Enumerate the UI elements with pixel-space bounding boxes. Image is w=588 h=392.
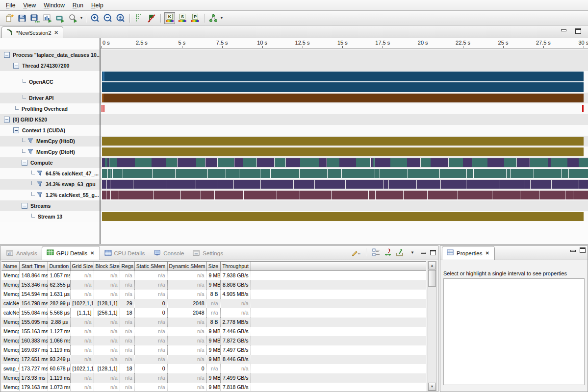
- show-chart-icon[interactable]: [42, 12, 53, 24]
- timeline-intervals[interactable]: [102, 179, 584, 190]
- table-row[interactable]: swap_6173.727 ms60.678 µs[1022,1,1][128,…: [1, 364, 426, 373]
- collapse-icon[interactable]: [22, 160, 27, 166]
- view-menu-icon[interactable]: ▼: [408, 247, 417, 257]
- table-row[interactable]: Memcp155.163 ms1.127 msn/an/an/an/an/a9 …: [1, 327, 426, 336]
- timeline-intervals[interactable]: [102, 71, 584, 93]
- filter-icon[interactable]: [37, 181, 43, 188]
- scroll-thumb[interactable]: [428, 270, 436, 287]
- timeline-row[interactable]: Thread 2741307200: [0, 60, 588, 71]
- menu-help[interactable]: Help: [87, 1, 107, 10]
- timeline-row[interactable]: 34.3% swap_63_gpu: [0, 179, 588, 190]
- collapse-icon[interactable]: [13, 127, 19, 133]
- timeline-intervals[interactable]: [102, 136, 584, 147]
- scroll-down-icon[interactable]: ▼: [428, 383, 436, 391]
- close-icon[interactable]: ✕: [90, 250, 95, 256]
- tree-item[interactable]: OpenACC: [0, 71, 100, 93]
- stream-color-button[interactable]: S: [177, 12, 188, 24]
- tree-item[interactable]: [0] GRID K520: [0, 114, 100, 125]
- scroll-up-icon[interactable]: ▲: [428, 262, 436, 270]
- table-row[interactable]: Memcp173.93 ms1.119 msn/an/an/an/an/a9 M…: [1, 373, 426, 383]
- grouping-icon[interactable]: [372, 247, 381, 257]
- collapse-icon[interactable]: [13, 63, 19, 69]
- column-header[interactable]: [251, 262, 426, 271]
- tree-item[interactable]: Profiling Overhead: [0, 103, 100, 114]
- collapse-icon[interactable]: [4, 52, 10, 58]
- column-header[interactable]: Duration: [48, 262, 70, 271]
- session-tab[interactable]: *NewSession2 ✕: [1, 26, 63, 38]
- tree-item[interactable]: Driver API: [0, 93, 100, 103]
- menu-window[interactable]: Window: [40, 1, 69, 10]
- menu-file[interactable]: File: [2, 1, 19, 10]
- dropdown-caret-icon[interactable]: ▾: [221, 16, 223, 20]
- collapse-icon[interactable]: [22, 203, 27, 209]
- timeline-intervals[interactable]: [102, 147, 584, 157]
- timeline-row[interactable]: Streams: [0, 200, 588, 211]
- tab-properties[interactable]: Properties ✕: [442, 246, 495, 260]
- tree-item[interactable]: Compute: [0, 157, 100, 168]
- timeline-intervals[interactable]: [102, 190, 584, 200]
- process-color-button[interactable]: P: [190, 12, 201, 24]
- table-row[interactable]: Memcp169.037 ms1.119 msn/an/an/an/an/a9 …: [1, 345, 426, 355]
- tree-item[interactable]: 64.5% calcNext_47_...: [0, 168, 100, 179]
- tree-timeline-splitter[interactable]: [100, 38, 101, 244]
- save-session-icon[interactable]: [16, 12, 28, 24]
- timeline-row[interactable]: Compute: [0, 157, 588, 168]
- search-icon[interactable]: [67, 12, 79, 24]
- column-header[interactable]: Dynamic SMem: [167, 262, 206, 271]
- column-header[interactable]: Start Time: [19, 262, 48, 271]
- filter-icon[interactable]: [37, 171, 43, 177]
- tree-item[interactable]: Thread 2741307200: [0, 60, 100, 71]
- table-row[interactable]: calcNe154.798 ms282.99 µs[1022,1,1][128,…: [1, 299, 426, 308]
- show-rename-icon[interactable]: [54, 12, 66, 24]
- column-header[interactable]: Static SMem: [134, 262, 167, 271]
- table-row[interactable]: Memcp155.095 ms2.88 µsn/an/an/an/an/a8 B…: [1, 318, 426, 327]
- minimize-icon[interactable]: [561, 29, 566, 31]
- column-header[interactable]: Name: [1, 262, 19, 271]
- collapse-icon[interactable]: [4, 117, 10, 122]
- timeline-row[interactable]: Context 1 (CUDA): [0, 125, 588, 136]
- tree-item[interactable]: MemCpy (HtoD): [0, 136, 100, 147]
- timeline-row[interactable]: OpenACC: [0, 71, 588, 93]
- dropdown-caret-icon[interactable]: ▾: [80, 16, 82, 20]
- minimize-icon[interactable]: [421, 252, 426, 254]
- tab-console[interactable]: Console: [149, 247, 188, 260]
- timeline-intervals[interactable]: [102, 103, 584, 114]
- table-row[interactable]: calcNe155.084 ms5.568 µs[1,1,1][256,1,1]…: [1, 308, 426, 318]
- clear-marker-icon[interactable]: [146, 12, 157, 24]
- column-header[interactable]: Grid Size: [70, 262, 94, 271]
- timeline-row[interactable]: Driver API: [0, 93, 588, 103]
- timeline-intervals[interactable]: [102, 157, 584, 168]
- tab-analysis[interactable]: Analysis: [2, 247, 42, 260]
- maximize-icon[interactable]: [580, 247, 586, 253]
- minimize-icon[interactable]: [570, 250, 576, 252]
- table-scrollbar[interactable]: ▲ ▼: [428, 261, 436, 391]
- timeline-row[interactable]: MemCpy (DtoH): [0, 147, 588, 157]
- tree-item[interactable]: 34.3% swap_63_gpu: [0, 179, 100, 190]
- tab-cpu-details[interactable]: CPU Details: [100, 247, 150, 260]
- zoom-fit-icon[interactable]: [115, 12, 127, 24]
- marker-flag-icon[interactable]: [133, 12, 145, 24]
- maximize-icon[interactable]: [430, 250, 436, 255]
- filter-icon[interactable]: [37, 192, 43, 198]
- column-header[interactable]: Size: [206, 262, 220, 271]
- timeline-intervals[interactable]: [102, 168, 584, 179]
- new-session-icon[interactable]: [3, 12, 15, 24]
- tree-item[interactable]: Process "laplace_data_clauses 10...: [0, 49, 100, 60]
- column-header[interactable]: Regs: [120, 262, 134, 271]
- timeline-row[interactable]: [0] GRID K520: [0, 114, 588, 125]
- tree-item[interactable]: Context 1 (CUDA): [0, 125, 100, 136]
- timeline-row[interactable]: Profiling Overhead: [0, 103, 588, 114]
- filter-icon[interactable]: [27, 138, 33, 145]
- tree-item[interactable]: 1.2% calcNext_55_g...: [0, 190, 100, 200]
- analysis-tree-icon[interactable]: [207, 12, 219, 24]
- column-header[interactable]: Block Size: [94, 262, 120, 271]
- close-icon[interactable]: ✕: [485, 250, 489, 256]
- tree-item[interactable]: Streams: [0, 200, 100, 211]
- column-header[interactable]: Throughput: [220, 262, 251, 271]
- tree-item[interactable]: MemCpy (DtoH): [0, 147, 100, 157]
- tree-item[interactable]: Stream 13: [0, 211, 100, 222]
- timeline-row[interactable]: MemCpy (HtoD): [0, 136, 588, 147]
- timeline-row[interactable]: 64.5% calcNext_47_...: [0, 168, 588, 179]
- units-icon[interactable]: [383, 247, 392, 257]
- timeline-intervals[interactable]: [102, 211, 584, 222]
